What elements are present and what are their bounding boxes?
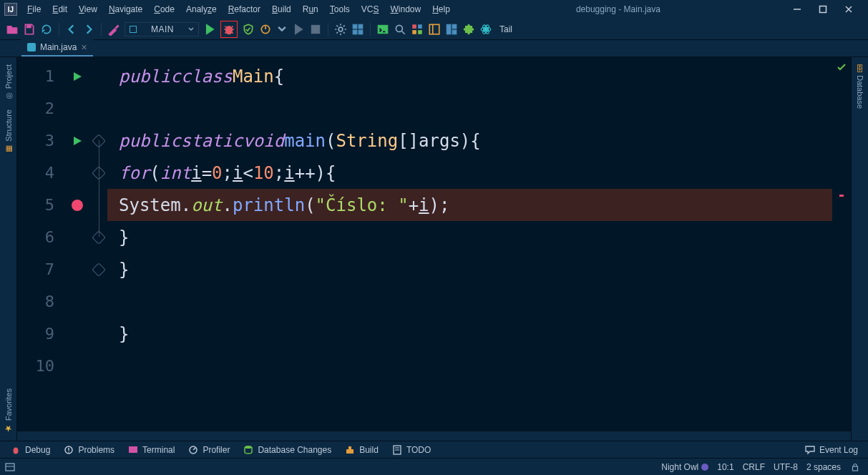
status-theme[interactable]: Night Owl [661,462,708,472]
svg-line-9 [231,26,233,27]
code-line[interactable]: public static void main(String[] args) { [107,124,832,157]
svg-rect-27 [429,24,439,34]
fold-handle-icon[interactable] [92,263,106,277]
back-icon[interactable] [65,23,78,36]
profile-icon[interactable] [259,23,272,36]
menu-analyze[interactable]: Analyze [182,3,221,16]
window-title: debugging - Main.java [454,4,782,14]
code-line[interactable] [107,285,832,318]
code-line[interactable]: } [107,253,832,285]
gear-icon[interactable] [334,23,347,36]
minimize-icon[interactable] [792,4,802,14]
code-line[interactable] [107,350,832,382]
search-icon[interactable] [394,23,406,36]
close-tab-icon[interactable]: ✕ [81,43,87,52]
svg-rect-49 [6,464,14,471]
menu-navigate[interactable]: Navigate [104,3,147,16]
line-number: 5 [17,189,64,221]
bottom-todo[interactable]: TODO [391,444,431,456]
run-configuration-selector[interactable]: MAIN [125,22,199,36]
icon-gutter[interactable] [64,57,90,431]
line-number-gutter: 1 2 3 4 5 6 7 8 9 10 [17,57,64,431]
color-grid-icon[interactable] [411,23,424,36]
chevron-down-icon[interactable] [276,24,288,35]
run-icon[interactable] [203,23,216,36]
tab-main-java[interactable]: Main.java ✕ [21,39,93,57]
horizontal-scrollbar[interactable] [17,431,851,441]
profiler-icon [187,444,199,456]
editor-marker-strip[interactable] [832,57,851,431]
svg-point-32 [484,28,487,30]
rail-structure[interactable]: ▦Structure [4,107,13,157]
code-line[interactable]: } [107,221,832,253]
debug-button-highlighted[interactable] [220,21,238,38]
menu-vcs[interactable]: VCS [357,3,384,16]
menu-edit[interactable]: Edit [48,3,72,16]
fold-gutter[interactable] [90,57,107,431]
status-encoding[interactable]: UTF-8 [774,462,798,472]
terminal-icon[interactable] [376,23,389,36]
menu-refactor[interactable]: Refactor [224,3,265,16]
menu-file[interactable]: File [23,3,45,16]
menu-window[interactable]: Window [386,3,425,16]
bottom-db-changes[interactable]: Database Changes [243,444,331,456]
grid-icon[interactable] [351,23,364,36]
bottom-build[interactable]: Build [344,444,379,456]
layout-icon[interactable] [428,23,441,36]
puzzle-icon[interactable] [462,23,475,36]
code-line-breakpoint[interactable]: System.out.println("Číslo: " + i); [107,189,832,221]
svg-rect-25 [412,30,416,34]
run-config-label: MAIN [141,24,184,34]
forward-icon[interactable] [82,23,95,36]
close-icon[interactable] [844,4,854,14]
title-bar: IJ File Edit View Navigate Code Analyze … [0,0,868,19]
rail-favorites[interactable]: ★Favorites [4,386,14,436]
hammer-icon[interactable] [107,23,120,36]
open-icon[interactable] [6,23,19,36]
tail-label[interactable]: Tail [497,24,515,34]
code-line[interactable] [107,92,832,124]
bottom-profiler[interactable]: Profiler [187,444,230,456]
code-line[interactable]: } [107,318,832,350]
tool-windows-icon[interactable] [4,461,16,473]
separator [328,23,328,36]
code-line[interactable]: public class Main { [107,60,832,92]
lock-icon[interactable] [849,461,861,473]
bottom-problems[interactable]: Problems [63,444,114,456]
run-line-icon[interactable] [72,135,83,147]
code-line[interactable]: for (int i = 0; i < 10; i++) { [107,157,832,189]
refresh-icon[interactable] [40,23,53,36]
svg-rect-1 [820,6,826,13]
bottom-event-log[interactable]: Event Log [804,444,858,456]
status-caret-pos[interactable]: 10:1 [717,462,733,472]
menu-view[interactable]: View [74,3,102,16]
editor-body[interactable]: 1 2 3 4 5 6 7 8 9 10 [17,57,851,431]
maximize-icon[interactable] [818,4,828,14]
rail-database[interactable]: 🗄Database [856,62,864,112]
menu-code[interactable]: Code [150,3,179,16]
menu-run[interactable]: Run [298,3,323,16]
menu-tools[interactable]: Tools [326,3,354,16]
atom-icon[interactable] [479,23,492,36]
status-indent[interactable]: 2 spaces [806,462,841,472]
status-line-sep[interactable]: CRLF [743,462,765,472]
bottom-debug[interactable]: Debug [10,444,50,456]
save-icon[interactable] [23,23,36,36]
workspace: ◎Project ▦Structure ★Favorites 1 2 3 4 5… [0,57,868,441]
code-area[interactable]: public class Main { public static void m… [107,57,832,431]
svg-rect-23 [412,24,416,29]
run-line-icon[interactable] [72,71,83,82]
bottom-terminal[interactable]: Terminal [127,444,175,456]
speech-bubble-icon [804,444,816,456]
breakpoint-strip-marker[interactable] [839,195,844,197]
rail-project[interactable]: ◎Project [4,62,13,104]
separator [59,23,59,36]
breakpoint-marker[interactable] [72,200,83,211]
fold-handle-icon[interactable] [92,230,106,245]
svg-line-42 [193,448,195,450]
editor-tabs: Main.java ✕ [0,40,868,57]
coverage-icon[interactable] [242,23,255,36]
menu-build[interactable]: Build [268,3,296,16]
menu-help[interactable]: Help [428,3,454,16]
layout2-icon[interactable] [445,23,458,36]
